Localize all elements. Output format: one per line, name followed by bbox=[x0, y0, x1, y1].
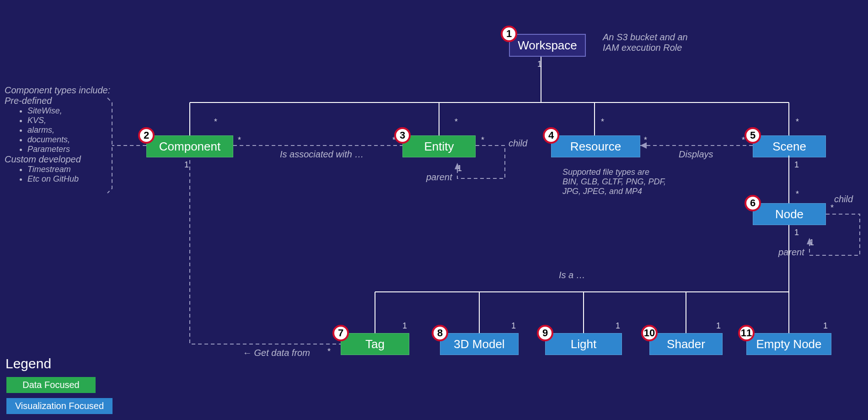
legend-data: Data Focused bbox=[6, 377, 96, 393]
badge-2: 2 bbox=[138, 127, 155, 144]
ann-component-types: Component types include: Pre-defined Sit… bbox=[5, 85, 110, 184]
node-label: Workspace bbox=[518, 38, 577, 53]
list-item: documents, bbox=[27, 135, 110, 145]
node-shader: Shader bbox=[649, 333, 723, 355]
label-ent-parent: parent bbox=[426, 172, 452, 183]
card-res-top: * bbox=[601, 117, 604, 127]
card-scene-1: 1 bbox=[794, 160, 799, 170]
card-comp-1: 1 bbox=[184, 160, 189, 170]
node-label: Node bbox=[775, 207, 804, 221]
node-label: Resource bbox=[570, 140, 621, 154]
node-entity: Entity bbox=[402, 135, 476, 157]
label-node-child: child bbox=[834, 194, 853, 205]
card-node-1: 1 bbox=[794, 228, 799, 237]
card-ent-parent-1: 1 bbox=[457, 164, 462, 173]
list-item: SiteWise, bbox=[27, 106, 110, 116]
node-light: Light bbox=[545, 333, 622, 355]
card-3d-1: 1 bbox=[511, 321, 516, 331]
legend-viz: Visualization Focused bbox=[6, 398, 113, 414]
ann-resource: Supported file types are BIN, GLB, GLTF,… bbox=[563, 167, 666, 196]
label-node-parent: parent bbox=[778, 247, 804, 258]
node-emptynode: Empty Node bbox=[746, 333, 831, 355]
node-label: Component bbox=[159, 140, 220, 154]
badge-6: 6 bbox=[745, 195, 761, 211]
node-label: Tag bbox=[365, 337, 385, 351]
node-workspace: Workspace bbox=[509, 34, 586, 57]
card-ent-child-star: * bbox=[481, 135, 484, 145]
badge-5: 5 bbox=[745, 127, 761, 144]
badge-8: 8 bbox=[432, 325, 448, 341]
node-node: Node bbox=[753, 203, 826, 225]
node-3dmodel: 3D Model bbox=[440, 333, 519, 355]
card-node-parent-1: 1 bbox=[809, 238, 814, 248]
list-item: Etc on GitHub bbox=[27, 174, 110, 184]
badge-10: 10 bbox=[641, 325, 658, 341]
badge-3: 3 bbox=[394, 127, 411, 144]
badge-1: 1 bbox=[501, 26, 517, 42]
card-displays-left: * bbox=[644, 135, 647, 145]
list-item: Parameters bbox=[27, 145, 110, 154]
card-tag-star: * bbox=[327, 347, 331, 356]
card-tag-1: 1 bbox=[402, 321, 407, 331]
list-item: Timestream bbox=[27, 165, 110, 174]
node-component: Component bbox=[146, 135, 233, 157]
node-label: Shader bbox=[667, 337, 705, 351]
card-empty-1: 1 bbox=[823, 321, 828, 331]
card-assoc-left: * bbox=[238, 135, 241, 145]
node-scene: Scene bbox=[753, 135, 826, 157]
card-node-child-star: * bbox=[830, 203, 834, 213]
label-getdata: ← Get data from bbox=[242, 348, 310, 358]
card-scene-top: * bbox=[796, 117, 799, 127]
list-item: alarms, bbox=[27, 125, 110, 135]
card-shader-1: 1 bbox=[716, 321, 721, 331]
card-light-1: 1 bbox=[616, 321, 620, 331]
card-comp-top: * bbox=[214, 117, 217, 127]
node-label: Entity bbox=[424, 140, 454, 154]
node-tag: Tag bbox=[341, 333, 409, 355]
label-isa: Is a … bbox=[559, 270, 585, 280]
label-assoc: Is associated with … bbox=[280, 149, 364, 160]
legend-title: Legend bbox=[5, 356, 51, 372]
card-workspace-1: 1 bbox=[537, 59, 542, 69]
badge-4: 4 bbox=[543, 127, 559, 144]
list-item: KVS, bbox=[27, 116, 110, 125]
label-displays: Displays bbox=[679, 149, 713, 160]
node-label: Scene bbox=[772, 140, 806, 154]
node-resource: Resource bbox=[551, 135, 640, 157]
card-ent-top: * bbox=[455, 117, 458, 127]
node-label: 3D Model bbox=[454, 337, 504, 351]
node-label: Light bbox=[571, 337, 596, 351]
badge-11: 11 bbox=[738, 325, 755, 341]
connector-lines bbox=[0, 0, 868, 420]
node-label: Empty Node bbox=[756, 337, 821, 351]
label-ent-child: child bbox=[509, 138, 527, 149]
card-node-star: * bbox=[796, 189, 799, 199]
badge-7: 7 bbox=[332, 325, 349, 341]
badge-9: 9 bbox=[537, 325, 553, 341]
ann-workspace: An S3 bucket and an IAM execution Role bbox=[603, 32, 688, 53]
